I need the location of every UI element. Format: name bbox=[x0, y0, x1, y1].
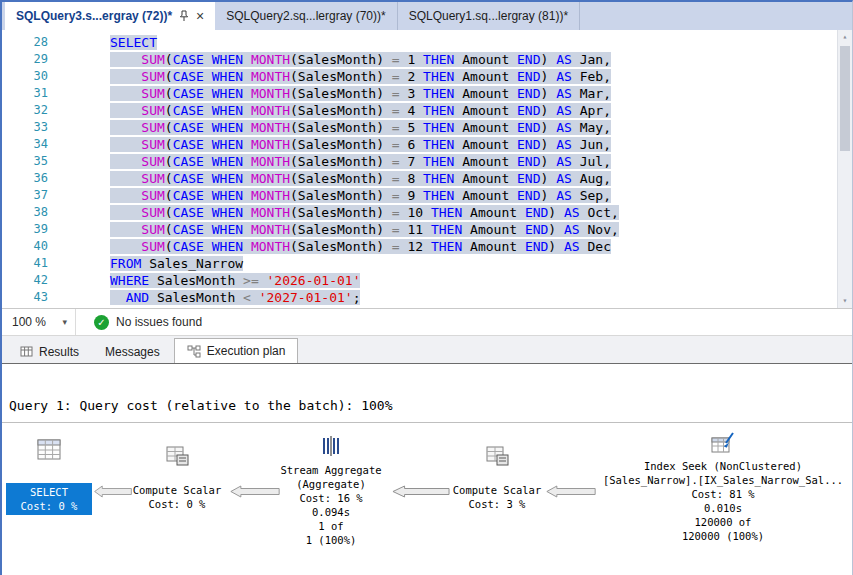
tab-label: SQLQuery2.sq...lergray (70))* bbox=[226, 9, 385, 23]
code-line[interactable]: 29 SUM(CASE WHEN MONTH(SalesMonth) = 1 T… bbox=[2, 51, 852, 68]
editor-scrollbar[interactable]: ▴ ▾ bbox=[837, 30, 852, 308]
line-number: 35 bbox=[2, 153, 48, 170]
plan-arrow bbox=[546, 485, 596, 498]
line-number: 28 bbox=[2, 34, 48, 51]
code-line[interactable]: 32 SUM(CASE WHEN MONTH(SalesMonth) = 4 T… bbox=[2, 102, 852, 119]
plan-node-label-line: 1 (100%) bbox=[264, 533, 398, 547]
line-number: 39 bbox=[2, 221, 48, 238]
chevron-down-icon: ▾ bbox=[62, 317, 67, 327]
pin-icon[interactable] bbox=[179, 10, 189, 22]
line-number: 41 bbox=[2, 255, 48, 272]
index-seek-icon bbox=[710, 431, 736, 457]
plan-node-label-line: 1 of bbox=[264, 519, 398, 533]
tab-messages[interactable]: Messages bbox=[93, 340, 172, 363]
rtab-label: Results bbox=[39, 345, 79, 359]
plan-node-label-line: Index Seek (NonClustered) bbox=[598, 459, 848, 473]
tab-label: SQLQuery3.s...ergray (72))* bbox=[16, 9, 172, 23]
rtab-label: Execution plan bbox=[207, 344, 286, 358]
editor-status-bar: 100 % ▾ ✓ No issues found bbox=[2, 308, 852, 336]
sql-editor[interactable]: 28SELECT29 SUM(CASE WHEN MONTH(SalesMont… bbox=[2, 30, 852, 308]
tab-label: SQLQuery1.sq...lergray (81))* bbox=[409, 9, 568, 23]
line-number: 30 bbox=[2, 68, 48, 85]
line-number: 31 bbox=[2, 85, 48, 102]
tab-sqlquery1[interactable]: SQLQuery1.sq...lergray (81))* bbox=[398, 2, 580, 30]
execution-plan-diagram: SELECT Cost: 0 % Compute Scalar Cost: 0 … bbox=[2, 422, 852, 575]
select-result-icon bbox=[36, 437, 62, 463]
plan-node-label: Compute Scalar Cost: 0 % bbox=[120, 483, 234, 511]
plan-node-compute-scalar-2[interactable]: Compute Scalar Cost: 3 % bbox=[440, 423, 554, 575]
compute-scalar-icon bbox=[484, 443, 510, 469]
line-number: 34 bbox=[2, 136, 48, 153]
code-line[interactable]: 43 AND SalesMonth < '2027-01-01'; bbox=[2, 289, 852, 306]
health-text: No issues found bbox=[116, 315, 202, 329]
plan-node-label-line: Cost: 0 % bbox=[120, 497, 234, 511]
close-icon[interactable]: × bbox=[196, 9, 204, 23]
line-number: 43 bbox=[2, 289, 48, 306]
plan-node-label-line: Compute Scalar bbox=[120, 483, 234, 497]
code-line[interactable]: 42WHERE SalesMonth >= '2026-01-01' bbox=[2, 272, 852, 289]
compute-scalar-icon bbox=[164, 443, 190, 469]
plan-node-index-seek[interactable]: Index Seek (NonClustered) [Sales_Narrow]… bbox=[598, 423, 848, 575]
zoom-select[interactable]: 100 % ▾ bbox=[2, 309, 76, 335]
line-number: 38 bbox=[2, 204, 48, 221]
plan-node-label-line: (Aggregate) bbox=[264, 477, 398, 491]
results-tab-bar: Results Messages Execution plan bbox=[2, 336, 852, 363]
plan-node-label: SELECT Cost: 0 % bbox=[6, 483, 92, 515]
plan-node-select[interactable]: SELECT Cost: 0 % bbox=[6, 423, 92, 575]
line-number: 33 bbox=[2, 119, 48, 136]
plan-node-label-line: [Sales_Narrow].[IX_Sales_Narrow_Sal... bbox=[598, 473, 848, 487]
plan-node-label-line: Compute Scalar bbox=[440, 483, 554, 497]
document-tab-bar: SQLQuery3.s...ergray (72))* × SQLQuery2.… bbox=[2, 2, 852, 30]
line-number: 40 bbox=[2, 238, 48, 255]
code-line[interactable]: 36 SUM(CASE WHEN MONTH(SalesMonth) = 8 T… bbox=[2, 170, 852, 187]
line-number: 29 bbox=[2, 51, 48, 68]
plan-node-label-line: Cost: 16 % bbox=[264, 491, 398, 505]
execution-plan-icon bbox=[187, 345, 201, 358]
plan-node-label-line: 120000 (100%) bbox=[598, 529, 848, 543]
scroll-up-icon[interactable]: ▴ bbox=[838, 30, 852, 44]
code-line[interactable]: 28SELECT bbox=[2, 34, 852, 51]
code-line[interactable]: 41FROM Sales_Narrow bbox=[2, 255, 852, 272]
tab-results[interactable]: Results bbox=[8, 340, 91, 363]
check-icon: ✓ bbox=[94, 315, 109, 330]
line-number: 37 bbox=[2, 187, 48, 204]
line-number: 42 bbox=[2, 272, 48, 289]
plan-node-label-line: SELECT bbox=[6, 485, 92, 499]
results-grid-icon bbox=[20, 345, 33, 358]
plan-node-label-line: 0.094s bbox=[264, 505, 398, 519]
scrollbar-thumb[interactable] bbox=[840, 46, 850, 151]
code-line[interactable]: 40 SUM(CASE WHEN MONTH(SalesMonth) = 12 … bbox=[2, 238, 852, 255]
plan-node-label-line: 0.010s bbox=[598, 501, 848, 515]
plan-node-label: Stream Aggregate (Aggregate) Cost: 16 % … bbox=[264, 463, 398, 547]
plan-node-label: Compute Scalar Cost: 3 % bbox=[440, 483, 554, 511]
plan-node-label-line: Cost: 3 % bbox=[440, 497, 554, 511]
plan-node-label-line: Cost: 81 % bbox=[598, 487, 848, 501]
tab-execution-plan[interactable]: Execution plan bbox=[174, 338, 299, 363]
code-line[interactable]: 31 SUM(CASE WHEN MONTH(SalesMonth) = 3 T… bbox=[2, 85, 852, 102]
health-indicator[interactable]: ✓ No issues found bbox=[94, 315, 202, 330]
line-number: 36 bbox=[2, 170, 48, 187]
code-line[interactable]: 38 SUM(CASE WHEN MONTH(SalesMonth) = 10 … bbox=[2, 204, 852, 221]
line-number: 32 bbox=[2, 102, 48, 119]
stream-aggregate-icon bbox=[318, 433, 344, 459]
plan-node-compute-scalar-1[interactable]: Compute Scalar Cost: 0 % bbox=[120, 423, 234, 575]
zoom-value: 100 % bbox=[12, 315, 46, 329]
tab-sqlquery3[interactable]: SQLQuery3.s...ergray (72))* × bbox=[5, 2, 215, 30]
code-line[interactable]: 35 SUM(CASE WHEN MONTH(SalesMonth) = 7 T… bbox=[2, 153, 852, 170]
ssms-window: SQLQuery3.s...ergray (72))* × SQLQuery2.… bbox=[0, 0, 853, 575]
scroll-down-icon[interactable]: ▾ bbox=[838, 294, 852, 308]
plan-node-stream-aggregate[interactable]: Stream Aggregate (Aggregate) Cost: 16 % … bbox=[264, 423, 398, 575]
code-line[interactable]: 34 SUM(CASE WHEN MONTH(SalesMonth) = 6 T… bbox=[2, 136, 852, 153]
plan-node-label-line: Cost: 0 % bbox=[6, 499, 92, 513]
code-line[interactable]: 37 SUM(CASE WHEN MONTH(SalesMonth) = 9 T… bbox=[2, 187, 852, 204]
plan-text-pane[interactable]: Query 1: Query cost (relative to the bat… bbox=[2, 363, 852, 422]
editor-lines: 28SELECT29 SUM(CASE WHEN MONTH(SalesMont… bbox=[2, 30, 852, 306]
plan-node-label-line: 120000 of bbox=[598, 515, 848, 529]
plan-node-label: Index Seek (NonClustered) [Sales_Narrow]… bbox=[598, 459, 848, 543]
plan-node-label-line: Stream Aggregate bbox=[264, 463, 398, 477]
code-line[interactable]: 39 SUM(CASE WHEN MONTH(SalesMonth) = 11 … bbox=[2, 221, 852, 238]
tab-sqlquery2[interactable]: SQLQuery2.sq...lergray (70))* bbox=[215, 2, 397, 30]
code-line[interactable]: 33 SUM(CASE WHEN MONTH(SalesMonth) = 5 T… bbox=[2, 119, 852, 136]
rtab-label: Messages bbox=[105, 345, 160, 359]
code-line[interactable]: 30 SUM(CASE WHEN MONTH(SalesMonth) = 2 T… bbox=[2, 68, 852, 85]
